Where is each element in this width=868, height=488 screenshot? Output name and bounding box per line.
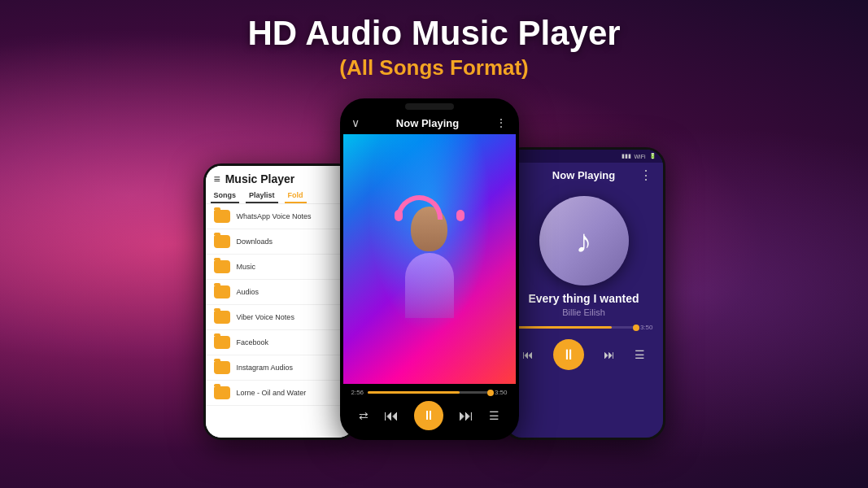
right-song-artist: Billie Eilish [513, 307, 655, 317]
center-album-art [343, 134, 516, 384]
right-prev-button[interactable]: ⏮ [522, 348, 534, 361]
list-item[interactable]: Instagram Audios [206, 355, 354, 381]
list-item[interactable]: Downloads [206, 229, 354, 255]
file-list: WhatsApp Voice Notes Downloads Music Aud… [206, 204, 354, 438]
subtitle: (All Songs Format) [247, 55, 620, 81]
right-header: Now Playing ⋮ [505, 163, 663, 188]
progress-dot [487, 390, 494, 396]
list-item[interactable]: Viber Voice Notes [206, 305, 354, 330]
list-item[interactable]: Audios [206, 280, 354, 305]
list-item[interactable]: Facebook [206, 330, 354, 355]
current-time: 2:56 [351, 389, 364, 396]
folder-icon [214, 336, 230, 349]
phone-right-screen: ▮▮▮ WiFi 🔋 Now Playing ⋮ ♪ Every thing I… [505, 150, 663, 438]
next-button[interactable]: ⏭ [459, 407, 473, 425]
queue-button[interactable]: ☰ [489, 409, 499, 422]
more-options-icon[interactable]: ⋮ [495, 116, 507, 129]
phones-row: ≡ Music Player Songs Playlist Fold Whats… [187, 98, 682, 440]
center-now-playing-label: Now Playing [396, 117, 459, 129]
center-progress-bar: 2:56 3:50 [351, 389, 508, 396]
file-name: WhatsApp Voice Notes [237, 212, 312, 220]
pause-icon: ⏸ [422, 408, 435, 423]
battery-icon: 🔋 [649, 153, 656, 159]
right-more-options-icon[interactable]: ⋮ [639, 168, 652, 183]
album-photo [343, 134, 516, 384]
center-header: ∨ Now Playing ⋮ [343, 111, 516, 134]
file-name: Instagram Audios [237, 364, 294, 372]
folder-icon [214, 235, 230, 248]
tab-folder[interactable]: Fold [285, 189, 307, 203]
file-name: Facebook [237, 338, 269, 346]
music-note-icon: ♪ [576, 223, 592, 259]
list-item[interactable]: Music [206, 255, 354, 280]
phone-left: ≡ Music Player Songs Playlist Fold Whats… [203, 163, 356, 440]
folder-icon [214, 285, 230, 298]
left-header: ≡ Music Player [206, 166, 354, 185]
phone-center: ∨ Now Playing ⋮ [340, 98, 519, 440]
right-progress-track[interactable] [515, 326, 636, 329]
phone-notch [343, 102, 516, 111]
main-title: HD Audio Music Player [247, 15, 620, 52]
progress-track[interactable] [368, 391, 491, 394]
folder-icon [214, 361, 230, 374]
signal-icon: ▮▮▮ [622, 153, 631, 159]
center-playback-controls: ⇄ ⏮ ⏸ ⏭ ☰ [351, 401, 508, 430]
right-pause-icon: ⏸ [561, 346, 576, 364]
right-progress-bar: 3:50 [505, 324, 663, 331]
folder-icon [214, 311, 230, 324]
shuffle-button[interactable]: ⇄ [359, 409, 369, 422]
pause-button[interactable]: ⏸ [414, 401, 443, 430]
right-album-art: ♪ [539, 196, 629, 285]
phone-left-screen: ≡ Music Player Songs Playlist Fold Whats… [206, 166, 354, 438]
tab-playlist[interactable]: Playlist [246, 189, 278, 203]
phone-center-screen: ∨ Now Playing ⋮ [343, 102, 516, 437]
right-playback-controls: ⏮ ⏸ ⏭ ☰ [505, 339, 663, 370]
right-now-playing-label: Now Playing [552, 169, 615, 181]
folder-icon [214, 210, 230, 223]
list-item[interactable]: Lorne - Oil and Water [206, 381, 354, 406]
hamburger-icon[interactable]: ≡ [214, 172, 220, 185]
progress-fill [368, 391, 460, 394]
phone-right: ▮▮▮ WiFi 🔋 Now Playing ⋮ ♪ Every thing I… [503, 147, 665, 440]
right-queue-button[interactable]: ☰ [635, 348, 645, 361]
left-tabs: Songs Playlist Fold [206, 185, 354, 204]
center-player-controls: 2:56 3:50 ⇄ ⏮ ⏸ [343, 384, 516, 437]
chevron-down-icon[interactable]: ∨ [351, 116, 360, 129]
right-progress-fill [515, 326, 613, 329]
prev-button[interactable]: ⏮ [384, 407, 399, 425]
right-song-title: Every thing I wanted [513, 292, 655, 305]
main-content: HD Audio Music Player (All Songs Format)… [0, 0, 868, 488]
file-name: Audios [237, 288, 260, 296]
header-section: HD Audio Music Player (All Songs Format) [247, 0, 620, 81]
right-progress-dot [633, 325, 639, 331]
list-item[interactable]: WhatsApp Voice Notes [206, 204, 354, 229]
wifi-icon: WiFi [635, 154, 646, 159]
file-name: Downloads [237, 237, 273, 246]
total-time: 3:50 [495, 389, 508, 396]
right-next-button[interactable]: ⏭ [604, 348, 615, 361]
file-name: Lorne - Oil and Water [237, 389, 307, 397]
file-name: Viber Voice Notes [237, 313, 294, 321]
camera-cutout [405, 103, 454, 110]
left-app-title: Music Player [225, 172, 295, 185]
tab-songs[interactable]: Songs [211, 189, 240, 203]
folder-icon [214, 386, 230, 399]
right-pause-button[interactable]: ⏸ [553, 339, 584, 370]
folder-icon [214, 260, 230, 273]
right-song-info: Every thing I wanted Billie Eilish [505, 292, 663, 324]
right-status-bar: ▮▮▮ WiFi 🔋 [505, 150, 663, 163]
file-name: Music [237, 263, 256, 271]
right-total-time: 3:50 [640, 324, 653, 331]
